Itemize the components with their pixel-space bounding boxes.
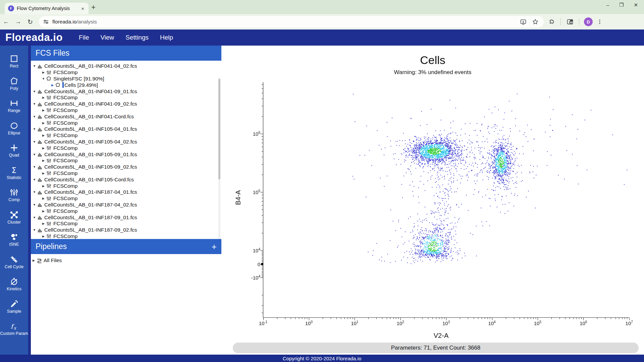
menu-help[interactable]: Help — [160, 34, 173, 41]
tree-item-fcscomp[interactable]: ▶FCSComp — [31, 233, 221, 239]
expand-arrow-icon[interactable]: ▶ — [41, 209, 46, 213]
expand-arrow-icon[interactable]: ▶ — [41, 146, 46, 150]
expand-arrow-icon[interactable]: ▶ — [41, 172, 46, 175]
tree-item-file[interactable]: ▼CellCounts5L_AB_01-INF105-09_02.fcs — [31, 164, 221, 170]
add-pipeline-button[interactable]: + — [212, 242, 217, 251]
tree-item-file[interactable]: ▼CellCounts5L_AB_01-INF187-04_01.fcs — [31, 189, 221, 195]
extensions-icon[interactable] — [547, 17, 556, 26]
browser-menu-icon[interactable] — [595, 17, 604, 26]
expand-arrow-icon[interactable]: ▶ — [41, 184, 46, 188]
install-app-icon[interactable] — [519, 17, 528, 26]
expand-arrow-icon[interactable]: ▶ — [41, 222, 46, 225]
collapse-arrow-icon[interactable]: ▼ — [32, 102, 37, 106]
expand-arrow-icon[interactable]: ▶ — [50, 83, 55, 87]
window-minimize-button[interactable]: – — [606, 2, 609, 8]
tab-close-icon[interactable]: × — [80, 6, 85, 11]
tree-item-fcscomp[interactable]: ▶FCSComp — [31, 95, 221, 101]
tree-item-file[interactable]: ▼CellCounts5L_AB_01-INF041-09_01.fcs — [31, 88, 221, 95]
sidebar-tool-kinetics[interactable]: Kinetics — [0, 273, 28, 296]
expand-arrow-icon[interactable]: ▶ — [41, 109, 46, 112]
fcs-files-title: FCS Files — [36, 49, 69, 58]
tree-item-fcscomp[interactable]: ▶FCSComp — [31, 195, 221, 202]
sidebar-tool-quad[interactable]: Quad — [0, 139, 28, 162]
sidebar-tool-range[interactable]: Range — [0, 95, 28, 117]
collapse-arrow-icon[interactable]: ▼ — [32, 203, 37, 206]
sidebar-tool-label: Statistic — [7, 176, 21, 180]
tree-item-fcscomp[interactable]: ▶FCSComp — [31, 132, 221, 139]
collapse-arrow-icon[interactable]: ▼ — [32, 190, 37, 194]
sidebar-tool-tsne[interactable]: tSNE — [0, 229, 28, 251]
expand-arrow-icon[interactable]: ▶ — [41, 121, 46, 125]
tree-item-gate[interactable]: ▼SingletsFSC [91.90%] — [31, 76, 221, 82]
reload-button[interactable]: ↻ — [24, 18, 36, 26]
tree-item-file[interactable]: ▼CellCounts5L_AB_01-INF041-04_02.fcs — [31, 63, 221, 69]
collapse-arrow-icon[interactable]: ▼ — [32, 228, 37, 232]
tree-item-fcscomp[interactable]: ▶FCSComp — [31, 120, 221, 126]
tree-item-file[interactable]: ▼CellCounts5L_AB_01-INF105-04_02.fcs — [31, 139, 221, 145]
expand-arrow-icon[interactable]: ▶ — [41, 197, 46, 200]
url-bar[interactable]: floreada.io/analysis — [39, 16, 544, 27]
collapse-arrow-icon[interactable]: ▼ — [32, 153, 37, 156]
tree-item-file[interactable]: ▼CellCounts5L_AB_01-INF105-09_01.fcs — [31, 151, 221, 158]
tree-item-file[interactable]: ▼CellCounts5L_AB_01-INF187-09_01.fcs — [31, 214, 221, 221]
expand-arrow-icon[interactable]: ▶ — [41, 159, 46, 162]
sidebar-tool-sample[interactable]: Sample — [0, 296, 28, 318]
tree-item-fcscomp[interactable]: ▶FCSComp — [31, 221, 221, 227]
sidebar-tool-comp[interactable]: Comp — [0, 184, 28, 206]
collapse-arrow-icon[interactable]: ▼ — [32, 90, 37, 93]
tree-item-fcscomp[interactable]: ▶FCSComp — [31, 170, 221, 177]
collapse-arrow-icon[interactable]: ▼ — [32, 115, 37, 118]
tree-item-file[interactable]: ▼CellCounts5L_AB_01-INF187-04_02.fcs — [31, 202, 221, 208]
scatter-plot-canvas[interactable] — [221, 46, 644, 342]
tree-item-file[interactable]: ▼CellCounts5L_AB_01-INF105-Cord.fcs — [31, 176, 221, 183]
site-settings-icon[interactable] — [43, 19, 49, 25]
tree-scrollbar-thumb[interactable] — [218, 79, 220, 179]
sidebar-tool-ellipse[interactable]: Ellipse — [0, 117, 28, 140]
tree-item-fcscomp[interactable]: ▶FCSComp — [31, 158, 221, 164]
expand-arrow-icon[interactable]: ▶ — [41, 134, 46, 137]
sidebar-tool-cellcycle[interactable]: Cell Cycle — [0, 251, 28, 274]
tree-item-file[interactable]: ▼CellCounts5L_AB_01-INF041-Cord.fcs — [31, 113, 221, 120]
profile-avatar[interactable]: D — [584, 17, 593, 26]
sidebar-tool-cluster[interactable]: Cluster — [0, 206, 28, 229]
forward-button[interactable]: → — [12, 18, 24, 25]
bookmark-star-icon[interactable] — [531, 17, 540, 26]
tree-item-fcscomp[interactable]: ▶FCSComp — [31, 208, 221, 214]
menu-file[interactable]: File — [79, 34, 89, 41]
collapse-arrow-icon[interactable]: ▼ — [32, 127, 37, 131]
window-restore-button[interactable]: ❐ — [619, 2, 624, 8]
expand-arrow-icon[interactable]: ▶ — [41, 235, 46, 238]
pipeline-item[interactable]: ▶All Files — [31, 257, 221, 264]
tree-item-gate[interactable]: ▶Cells [29.49%] — [31, 82, 221, 88]
sidebar-tool-poly[interactable]: Poly — [0, 73, 28, 95]
collapse-arrow-icon[interactable]: ▼ — [32, 64, 37, 68]
menu-settings[interactable]: Settings — [125, 34, 149, 41]
sidebar-tool-statistic[interactable]: ΣStatistic — [0, 162, 28, 184]
tree-item-file[interactable]: ▼CellCounts5L_AB_01-INF041-09_02.fcs — [31, 101, 221, 107]
sidebar-tool-rect[interactable]: Rect — [0, 50, 28, 73]
collapse-arrow-icon[interactable]: ▼ — [32, 165, 37, 169]
browser-tab[interactable]: F Flow Cytometry Analysis × — [5, 3, 89, 14]
tree-item-file[interactable]: ▼CellCounts5L_AB_01-INF187-09_02.fcs — [31, 227, 221, 233]
menu-view[interactable]: View — [101, 34, 114, 41]
window-close-button[interactable]: ✕ — [634, 2, 638, 8]
expand-arrow-icon[interactable]: ▶ — [32, 259, 36, 262]
collapse-arrow-icon[interactable]: ▼ — [32, 178, 37, 181]
sidebar-tool-customparam[interactable]: fxCustom Param — [0, 318, 28, 340]
tree-item-fcscomp[interactable]: ▶FCSComp — [31, 145, 221, 151]
pipeline-icon — [37, 258, 42, 263]
tree-scrollbar[interactable] — [218, 77, 220, 239]
back-button[interactable]: ← — [0, 18, 12, 25]
tree-item-fcscomp[interactable]: ▶FCSComp — [31, 69, 221, 76]
tree-item-fcscomp[interactable]: ▶FCSComp — [31, 183, 221, 189]
expand-arrow-icon[interactable]: ▶ — [41, 71, 46, 74]
collapse-arrow-icon[interactable]: ▼ — [32, 216, 37, 219]
expand-arrow-icon[interactable]: ▶ — [41, 96, 46, 99]
tab-search-icon[interactable] — [566, 17, 574, 26]
tree-item-fcscomp[interactable]: ▶FCSComp — [31, 107, 221, 114]
tree-item-file[interactable]: ▼CellCounts5L_AB_01-INF105-04_01.fcs — [31, 126, 221, 132]
file-icon — [37, 228, 43, 233]
new-tab-button[interactable]: + — [91, 3, 96, 12]
collapse-arrow-icon[interactable]: ▼ — [32, 140, 37, 143]
collapse-arrow-icon[interactable]: ▼ — [41, 77, 46, 80]
